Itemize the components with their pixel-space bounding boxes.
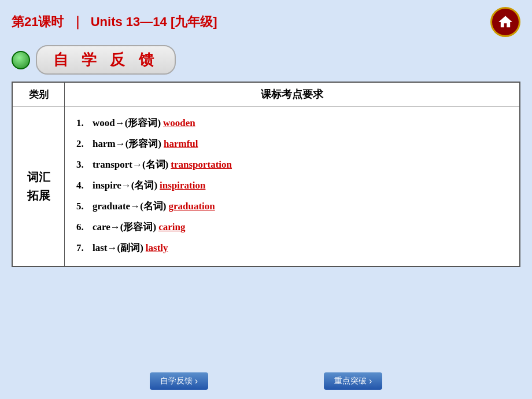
item-text: last→(副词) xyxy=(93,238,143,258)
item-answer: graduation xyxy=(168,197,215,216)
list-item: 2.harm→(形容词) harmful xyxy=(76,134,508,154)
list-item: 5.graduate→(名词) graduation xyxy=(76,197,508,216)
item-number: 7. xyxy=(76,238,90,258)
item-answer: harmful xyxy=(164,134,198,154)
item-number: 3. xyxy=(76,155,90,175)
item-number: 4. xyxy=(76,176,90,195)
section-label: 自 学 反 馈 xyxy=(12,45,520,75)
item-number: 5. xyxy=(76,197,90,216)
item-number: 6. xyxy=(76,217,90,237)
section-badge: 自 学 反 馈 xyxy=(36,45,176,75)
list-item: 1.wood→(形容词) wooden xyxy=(76,113,508,133)
item-text: harm→(形容词) xyxy=(93,134,161,154)
item-answer: caring xyxy=(158,217,185,237)
list-item: 6.care→(形容词)caring xyxy=(76,217,508,237)
list-item: 7.last→(副词) lastly xyxy=(76,238,508,258)
green-circle-icon xyxy=(12,51,30,69)
item-number: 1. xyxy=(76,113,90,133)
col1-header: 类别 xyxy=(13,83,65,106)
page-title: 第21课时 ｜ Units 13—14 [九年级] xyxy=(12,13,217,31)
table-header-row: 类别 课标考点要求 xyxy=(13,83,520,106)
item-answer: lastly xyxy=(146,238,168,258)
item-text: wood→(形容词) xyxy=(93,113,161,133)
item-number: 2. xyxy=(76,134,90,154)
vocab-table: 类别 课标考点要求 词汇拓展 1.wood→(形容词) wooden2.harm… xyxy=(12,82,520,267)
item-answer: transportation xyxy=(171,155,232,175)
footer: 自学反馈 重点突破 xyxy=(0,372,532,390)
list-item: 3.transport→(名词) transportation xyxy=(76,155,508,175)
item-answer: wooden xyxy=(163,113,195,133)
item-text: care→(形容词) xyxy=(93,217,156,237)
col2-header: 课标考点要求 xyxy=(65,83,520,106)
item-text: transport→(名词) xyxy=(93,155,168,175)
table-row: 词汇拓展 1.wood→(形容词) wooden2.harm→(形容词) har… xyxy=(13,106,520,267)
section-badge-text: 自 学 反 馈 xyxy=(53,50,158,70)
category-cell: 词汇拓展 xyxy=(13,106,65,267)
content-cell: 1.wood→(形容词) wooden2.harm→(形容词) harmful3… xyxy=(65,106,520,267)
header: 第21课时 ｜ Units 13—14 [九年级] xyxy=(0,0,532,42)
home-button[interactable] xyxy=(490,7,520,37)
item-text: graduate→(名词) xyxy=(93,197,166,216)
list-item: 4.inspire→(名词) inspiration xyxy=(76,176,508,195)
item-answer: inspiration xyxy=(160,176,205,195)
key-points-button[interactable]: 重点突破 xyxy=(324,372,382,390)
self-study-button[interactable]: 自学反馈 xyxy=(150,372,208,390)
item-text: inspire→(名词) xyxy=(93,176,157,195)
